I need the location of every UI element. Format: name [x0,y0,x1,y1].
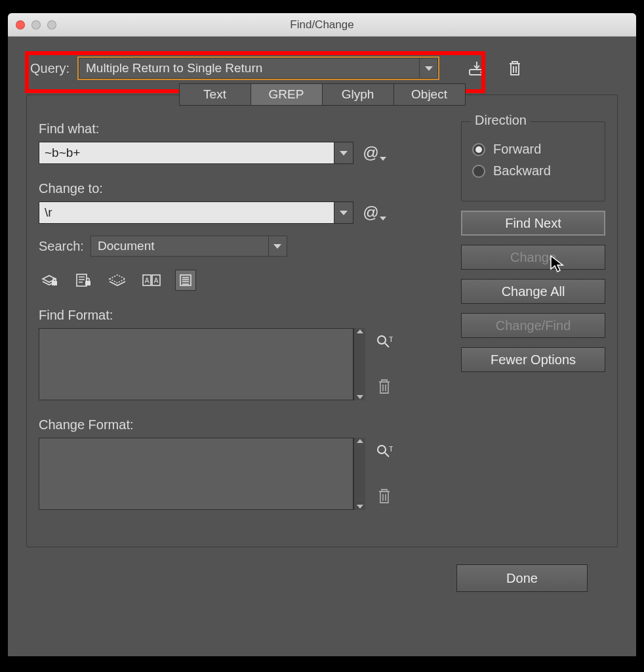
find-format-box[interactable] [39,328,353,400]
search-scope-value: Document [91,239,268,253]
find-what-history-dropdown[interactable] [334,142,353,164]
save-query-button[interactable] [467,58,487,78]
find-what-label: Find what: [39,121,441,136]
svg-point-1 [481,72,483,74]
change-format-box[interactable] [39,438,353,510]
tab-text[interactable]: Text [179,83,251,106]
locked-layers-icon[interactable] [39,270,60,291]
search-label: Search: [39,239,84,254]
specify-find-format-button[interactable]: T [374,332,394,352]
change-format-scrollbar[interactable] [353,438,365,510]
change-special-chars-button[interactable]: @ [363,203,386,222]
fewer-options-button[interactable]: Fewer Options [461,347,605,372]
locked-stories-icon[interactable] [73,270,94,291]
tab-object[interactable]: Object [393,83,466,106]
find-next-button[interactable]: Find Next [461,211,605,236]
svg-rect-3 [77,274,87,286]
direction-forward-radio[interactable]: Forward [472,142,594,157]
change-to-history-dropdown[interactable] [334,201,353,224]
master-pages-icon[interactable]: AA [141,270,162,291]
delete-query-button[interactable] [505,58,525,78]
radio-icon [472,165,485,178]
change-all-button[interactable]: Change All [461,279,605,304]
svg-text:T: T [389,445,393,453]
svg-point-10 [378,336,386,344]
tab-glyph[interactable]: Glyph [322,83,394,106]
find-special-chars-button[interactable]: @ [363,144,386,162]
query-label: Query: [30,61,70,76]
search-scope-dropdown[interactable]: Document [91,236,287,257]
done-button[interactable]: Done [456,564,588,592]
change-to-input[interactable] [39,201,334,224]
query-dropdown[interactable]: Multiple Return to Single Return [79,58,438,79]
svg-rect-2 [52,281,57,285]
direction-fieldset: Direction Forward Backward [461,121,605,201]
svg-text:A: A [154,277,159,284]
change-to-label: Change to: [39,181,441,196]
specify-change-format-button[interactable]: T [374,442,394,461]
direction-backward-radio[interactable]: Backward [472,163,594,178]
chevron-down-icon [268,236,287,256]
direction-legend: Direction [471,113,531,128]
clear-find-format-button[interactable] [374,377,394,396]
clear-change-format-button[interactable] [374,486,394,506]
window-title: Find/Change [8,18,636,32]
titlebar: Find/Change [8,13,636,37]
chevron-down-icon [419,58,437,78]
hidden-layers-icon[interactable] [107,270,128,291]
find-change-dialog: Find/Change Query: Multiple Return to Si… [8,13,636,656]
svg-rect-4 [85,281,91,285]
direction-forward-label: Forward [493,142,541,157]
change-button[interactable]: Change [461,245,605,270]
svg-point-12 [378,446,386,453]
tab-grep[interactable]: GREP [251,83,323,106]
query-selected-value: Multiple Return to Single Return [79,61,419,75]
svg-text:T: T [389,335,393,343]
svg-text:A: A [145,277,150,284]
find-format-label: Find Format: [39,308,441,323]
footnotes-icon[interactable] [175,270,196,291]
query-row: Query: Multiple Return to Single Return [26,47,618,88]
search-option-icons: AA [39,270,441,291]
find-format-scrollbar[interactable] [353,328,365,400]
change-to-combo [39,201,353,224]
change-find-button[interactable]: Change/Find [461,313,605,338]
find-what-combo [39,142,353,164]
find-what-input[interactable] [39,142,334,164]
change-format-label: Change Format: [39,417,441,432]
direction-backward-label: Backward [493,163,551,178]
radio-icon [472,143,485,156]
tab-panel: Text GREP Glyph Object Find what: @ [26,94,618,547]
tab-strip: Text GREP Glyph Object [39,83,605,106]
